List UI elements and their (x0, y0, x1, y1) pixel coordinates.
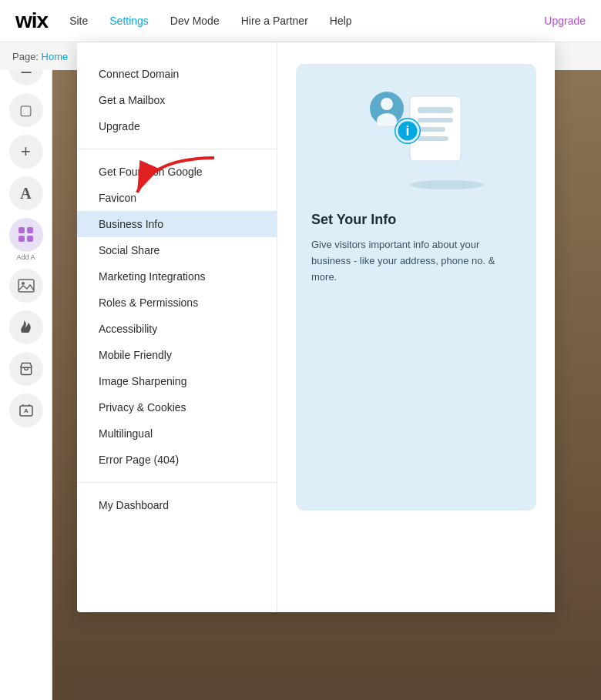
svg-rect-15 (418, 127, 445, 132)
svg-text:A: A (24, 407, 29, 414)
info-badge: i (395, 118, 421, 147)
elements-icon[interactable]: ▢ (9, 93, 43, 127)
svg-point-20 (410, 180, 484, 189)
svg-rect-0 (18, 227, 25, 233)
info-panel: i Set Your Info Give visitors important … (277, 42, 555, 612)
menu-divider-2 (77, 482, 277, 483)
nav-settings[interactable]: Settings (109, 15, 149, 27)
svg-rect-2 (18, 236, 25, 242)
menu-error-page[interactable]: Error Page (404) (77, 447, 277, 473)
blog-icon[interactable] (9, 310, 43, 344)
menu-get-found[interactable]: Get Found on Google (77, 159, 277, 185)
settings-dropdown: Connect Domain Get a Mailbox Upgrade Get… (77, 42, 555, 612)
svg-rect-3 (27, 236, 33, 242)
page-link[interactable]: Home (42, 51, 69, 62)
sidebar-text[interactable]: A (9, 176, 43, 210)
svg-rect-13 (418, 107, 453, 113)
menu-divider-1 (77, 149, 277, 149)
menu-multilingual[interactable]: Multilingual (77, 420, 277, 447)
nav-site[interactable]: Site (69, 15, 88, 27)
menu-panel: Connect Domain Get a Mailbox Upgrade Get… (77, 42, 277, 612)
sidebar-addapp[interactable]: Add A (9, 218, 43, 261)
nav-hire-partner[interactable]: Hire a Partner (241, 15, 308, 27)
svg-rect-1 (27, 227, 33, 233)
text-icon[interactable]: A (9, 176, 43, 210)
svg-rect-14 (418, 118, 453, 122)
left-sidebar: ☰ ▢ + A Add A (0, 42, 52, 700)
sidebar-ascend[interactable]: A (9, 394, 43, 427)
wix-logo: wix (15, 8, 48, 33)
menu-section-2: Get Found on Google Favicon Business Inf… (77, 159, 277, 473)
sidebar-add[interactable]: + (9, 135, 43, 169)
menu-section-3: My Dashboard (77, 492, 277, 518)
sidebar-blog[interactable] (9, 310, 43, 344)
page-label: Page: (12, 51, 39, 62)
menu-mobile[interactable]: Mobile Friendly (77, 342, 277, 368)
nav-upgrade[interactable]: Upgrade (544, 15, 586, 27)
info-description: Give visitors important info about your … (311, 237, 521, 285)
menu-favicon[interactable]: Favicon (77, 185, 277, 211)
menu-accessibility[interactable]: Accessibility (77, 316, 277, 342)
menu-upgrade[interactable]: Upgrade (77, 113, 277, 139)
menu-section-1: Connect Domain Get a Mailbox Upgrade (77, 61, 277, 139)
info-title: Set Your Info (311, 212, 396, 228)
addapp-label: Add A (16, 253, 35, 261)
info-card: i Set Your Info Give visitors important … (296, 64, 536, 511)
menu-connect-domain[interactable]: Connect Domain (77, 61, 277, 87)
menu-business-info[interactable]: Business Info (77, 211, 277, 237)
svg-rect-16 (418, 136, 448, 141)
menu-get-mailbox[interactable]: Get a Mailbox (77, 87, 277, 113)
add-icon[interactable]: + (9, 135, 43, 169)
addapp-icon[interactable] (9, 218, 43, 252)
menu-social-share[interactable]: Social Share (77, 237, 277, 263)
sidebar-elements[interactable]: ▢ (9, 93, 43, 127)
svg-point-5 (22, 282, 25, 285)
menu-dashboard[interactable]: My Dashboard (77, 492, 277, 518)
menu-image-sharpening[interactable]: Image Sharpening (77, 368, 277, 394)
sidebar-media[interactable] (9, 269, 43, 303)
svg-rect-4 (18, 280, 34, 292)
svg-text:i: i (405, 123, 409, 139)
menu-privacy[interactable]: Privacy & Cookies (77, 394, 277, 420)
media-icon[interactable] (9, 269, 43, 303)
shadow-ellipse (408, 179, 485, 193)
svg-point-10 (381, 98, 393, 110)
store-icon[interactable] (9, 352, 43, 386)
svg-rect-6 (21, 367, 31, 374)
menu-marketing[interactable]: Marketing Integrations (77, 263, 277, 290)
sidebar-store[interactable] (9, 352, 43, 386)
top-nav: wix Site Settings Dev Mode Hire a Partne… (0, 0, 601, 42)
menu-roles[interactable]: Roles & Permissions (77, 290, 277, 316)
ascend-icon[interactable]: A (9, 394, 43, 427)
info-illustration: i (311, 85, 521, 193)
nav-help[interactable]: Help (330, 15, 352, 27)
nav-devmode[interactable]: Dev Mode (170, 15, 220, 27)
